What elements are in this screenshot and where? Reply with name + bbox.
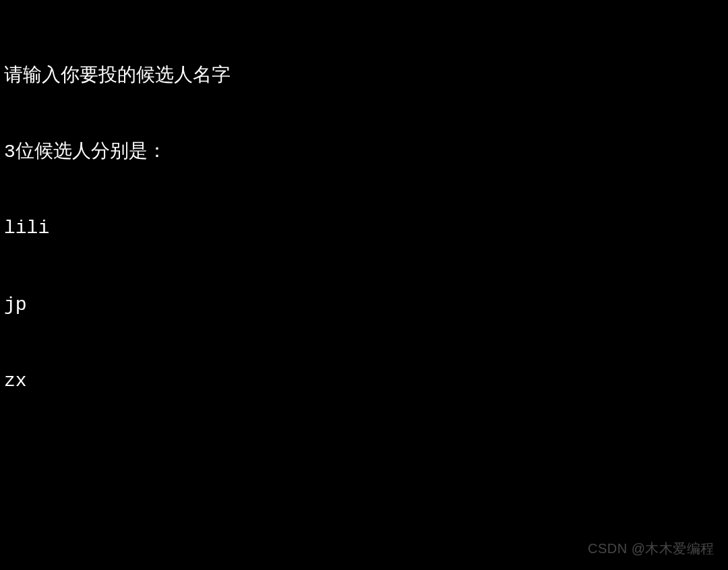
blank-line: [4, 445, 724, 471]
candidates-header-line: 3位候选人分别是：: [4, 139, 724, 165]
candidate-line: zx: [4, 369, 724, 394]
watermark-text: CSDN @木木爱编程: [588, 540, 715, 558]
candidate-line: lili: [4, 216, 724, 241]
terminal-output: 请输入你要投的候选人名字 3位候选人分别是： lili jp zx 1、 lil…: [4, 12, 724, 570]
candidate-line: jp: [4, 292, 724, 318]
prompt-line: 请输入你要投的候选人名字: [4, 63, 724, 89]
